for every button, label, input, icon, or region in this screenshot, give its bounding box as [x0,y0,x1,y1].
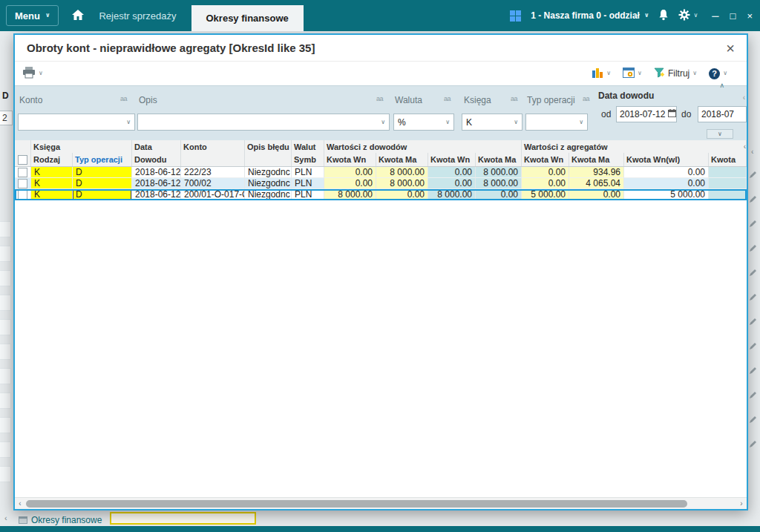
match-case-icon[interactable]: aa [511,95,517,102]
cell-kwota_wn_2: 0.00 [428,167,476,178]
chevron-down-icon: ∨ [644,13,649,19]
column-header-opis-bledu[interactable]: Opis błędu [245,140,292,153]
column-header-rodzaj[interactable]: Rodzaj [31,153,73,166]
table-settings-button[interactable]: ∨ [623,68,642,80]
match-case-icon[interactable]: aa [583,95,589,102]
company-selector[interactable]: 1 - Nasza firma 0 - oddział ∨ [531,10,649,21]
scrollbar-thumb[interactable] [26,500,687,508]
column-header-kwota_ma_2[interactable]: Kwota Ma [476,153,522,166]
chevron-down-icon: ∨ [122,119,131,125]
row-checkbox-cell[interactable] [15,178,31,189]
dialog-close-icon[interactable]: × [726,41,735,56]
column-header-opis_bledu[interactable] [245,153,292,166]
filter-waluta-combobox[interactable]: % ∨ [393,114,454,131]
tab-okresy-finansowe[interactable]: Okresy finansowe [191,5,304,31]
cell-opis_bledu: Niezgodnc [245,167,292,178]
filter-typ-operacji-combobox[interactable]: ∨ [525,114,588,131]
horizontal-scrollbar[interactable]: ‹ › [15,497,747,509]
background-tab-icon [19,516,27,525]
settings-gear-button[interactable]: ∨ [678,9,698,23]
table-row[interactable]: KD2018-06-12200/01-O-017-CNiezgodncPLN8 … [15,189,747,200]
filter-opis-combobox[interactable]: ∨ [137,114,390,131]
scroll-left-icon[interactable]: ‹ [15,499,25,508]
cell-dowody_kwota_wn: 8 000.00 [324,189,376,200]
dialog-title: Obroty kont - nieprawidłowe agregaty [Ok… [27,42,315,54]
column-header-waluta_symbol[interactable]: Symb [292,153,324,166]
column-header-konto[interactable] [181,153,245,166]
printer-icon [22,67,36,81]
match-case-icon[interactable]: aa [444,95,451,102]
row-checkbox[interactable] [18,190,27,200]
background-edit-pencil-icon [750,416,757,423]
scrollbar-track[interactable] [25,498,736,509]
notifications-bell-icon[interactable] [658,9,669,23]
row-checkbox[interactable] [18,168,27,177]
grid-subheader-row: RodzajTyp operacjiDowoduSymbKwota WnKwot… [15,153,747,167]
filter-scroll-left-icon[interactable]: ‹ [743,93,745,102]
cell-rodzaj: K [31,189,73,200]
side-panel-toggle-icon[interactable]: ‹ [744,142,746,151]
grid-empty-area [15,200,747,497]
filter-ksiega-combobox[interactable]: K ∨ [462,114,522,131]
cell-dowody_kwota_ma: 0.00 [376,189,428,200]
date-do-value: 2018-07 [701,109,734,119]
home-button[interactable] [72,10,84,22]
expand-filter-chevron-down-button[interactable]: ∨ [707,129,733,139]
column-header-data_dowodu[interactable]: Dowodu [132,153,181,166]
column-header-waluta[interactable]: Walut [292,140,324,153]
date-od-label: od [601,109,611,119]
cell-dowody_kwota_wn: 0.00 [324,178,376,189]
filter-waluta-value: % [398,117,406,128]
cell-kwota_ostatnia [709,178,747,189]
column-header-data[interactable]: Data [132,140,181,153]
background-edit-pencil-icon [750,244,757,252]
column-header-typ_operacji[interactable]: Typ operacji [73,153,132,166]
row-checkbox-cell[interactable] [15,189,31,200]
group-header-wartosci-z-agregatow[interactable]: Wartości z agregatów [522,140,747,153]
minimize-button[interactable]: ─ [712,10,718,22]
cell-opis_bledu: Niezgodnc [245,189,292,200]
match-case-icon[interactable]: aa [120,95,127,102]
row-checkbox-cell[interactable] [15,167,31,178]
menu-button[interactable]: Menu ∨ [6,5,59,26]
column-header-kwota_wn_wl[interactable]: Kwota Wn(wl) [624,153,709,166]
date-od-value: 2018-07-12 [620,109,665,119]
chart-button[interactable]: ∨ [592,68,611,80]
calendar-icon[interactable] [668,109,676,119]
column-header-konto[interactable]: Konto [181,140,245,153]
close-window-button[interactable]: × [747,10,753,22]
maximize-button[interactable]: □ [730,10,736,22]
chevron-down-icon: ∨ [39,70,43,76]
filter-konto-combobox[interactable]: ∨ [18,114,135,131]
column-header-agregaty_kwota_ma[interactable]: Kwota Ma [569,153,624,166]
filter-button[interactable]: Filtruj ∨ [654,68,697,80]
print-button[interactable]: ∨ [22,67,43,81]
collapse-filter-chevron-up-icon[interactable]: ∧ [719,82,724,89]
group-header-ksiega[interactable]: Księga [31,140,132,153]
group-header-wartosci-z-dowodow[interactable]: Wartości z dowodów [324,140,522,153]
scroll-right-icon[interactable]: › [736,499,747,508]
table-row[interactable]: KD2018-06-12222/23NiezgodncPLN0.008 000.… [15,167,747,178]
row-checkbox[interactable] [18,179,27,188]
cell-konto: 200/01-O-017-C [181,189,245,200]
results-grid: Księga Data Konto Opis błędu Walut Warto… [15,140,747,497]
column-header-kwota_ostatnia[interactable]: Kwota [709,153,747,166]
column-header-kwota_wn_2[interactable]: Kwota Wn [428,153,476,166]
apps-grid-icon[interactable] [510,10,521,22]
group-header-empty [15,140,31,153]
chevron-down-icon: ∨ [45,13,50,19]
column-header-dowody_kwota_ma[interactable]: Kwota Ma [376,153,428,166]
tab-rejestr-sprzedazy[interactable]: Rejestr sprzedaży [84,0,191,31]
column-header-agregaty_kwota_wn[interactable]: Kwota Wn [522,153,569,166]
select-all-checkbox[interactable] [18,155,27,165]
home-icon [72,10,84,22]
select-all-column-header[interactable] [15,153,31,166]
chevron-down-icon: ∨ [510,119,518,125]
date-do-input[interactable]: 2018-07 [698,106,747,122]
cell-typ_operacji: D [73,178,132,189]
help-button[interactable]: ? ∨ [709,68,727,79]
date-od-input[interactable]: 2018-07-12 [616,106,677,122]
table-row[interactable]: KD2018-06-12700/02NiezgodncPLN0.008 000.… [15,178,747,189]
column-header-dowody_kwota_wn[interactable]: Kwota Wn [324,153,376,166]
match-case-icon[interactable]: aa [376,95,383,102]
